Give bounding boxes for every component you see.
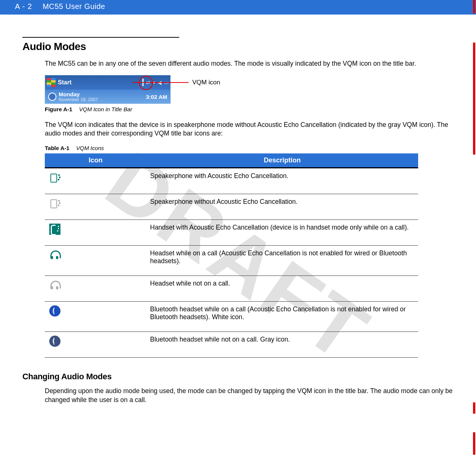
start-label: Start (58, 79, 71, 86)
table-row: Speakerphone without Acoustic Echo Cance… (45, 194, 418, 220)
speakerphone-aec-icon (49, 172, 60, 183)
windows-flag-icon (47, 78, 56, 87)
table-row: Speakerphone with Acoustic Echo Cancella… (45, 168, 418, 194)
table-desc: Headset while not on a call. (146, 275, 418, 301)
table-row: Handset with Acoustic Echo Cancellation … (45, 220, 418, 245)
figure-caption-text: VQM Icon in Title Bar (79, 106, 132, 112)
section-rule (22, 37, 179, 38)
section-title-changing-audio-modes: Changing Audio Modes (22, 372, 454, 382)
device-titlebar: Start ⇄ ▾ ◀︎ ▭ (45, 75, 171, 104)
bt-headset-idle-icon (49, 336, 60, 347)
table-header-description: Description (146, 153, 418, 168)
changing-modes-paragraph: Depending upon the audio mode being used… (45, 387, 454, 404)
headset-idle-icon (49, 280, 60, 291)
headset-oncall-icon (49, 249, 60, 261)
table-desc: Speakerphone without Acoustic Echo Cance… (146, 194, 418, 220)
after-figure-paragraph: The VQM icon indicates that the device i… (45, 121, 454, 138)
table-desc: Speakerphone with Acoustic Echo Cancella… (146, 168, 418, 194)
table-row: Headset while on a call (Acoustic Echo C… (45, 245, 418, 275)
clock-icon (48, 93, 56, 101)
guide-title: MC55 User Guide (43, 2, 105, 11)
section-title-audio-modes: Audio Modes (22, 41, 454, 53)
table-desc: Bluetooth headset while on a call (Acous… (146, 301, 418, 331)
table-caption-text: VQM Icons (76, 145, 104, 151)
table-caption-label: Table A-1 (45, 145, 69, 151)
intro-paragraph: The MC55 can be in any one of the seven … (45, 59, 454, 68)
handset-aec-icon (49, 224, 60, 235)
table-desc: Handset with Acoustic Echo Cancellation … (146, 220, 418, 245)
table-header-icon: Icon (45, 153, 146, 168)
vqm-icons-table: Icon Description Speakerphone with Acous… (45, 153, 418, 358)
table-row: Headset while not on a call. (45, 275, 418, 301)
titlebar-time: 3:02 AM (146, 94, 167, 100)
titlebar-date: November 19, 2007 (59, 97, 98, 102)
table-row: Bluetooth headset while not on a call. G… (45, 331, 418, 357)
titlebar-day: Monday (59, 91, 98, 97)
table-row: Bluetooth headset while on a call (Acous… (45, 301, 418, 331)
vqm-highlight-circle (139, 76, 153, 90)
table-desc: Headset while on a call (Acoustic Echo C… (146, 245, 418, 275)
callout-label: VQM icon (192, 79, 220, 86)
figure-a1: Start ⇄ ▾ ◀︎ ▭ (45, 75, 269, 104)
page-header: A - 2 MC55 User Guide (0, 0, 476, 15)
bt-headset-oncall-icon (49, 305, 60, 317)
page-number: A - 2 (15, 2, 32, 11)
speakerphone-noaec-icon (49, 198, 60, 209)
table-desc: Bluetooth headset while not on a call. G… (146, 331, 418, 357)
figure-caption: Figure A-1 VQM Icon in Title Bar (45, 106, 454, 112)
figure-caption-label: Figure A-1 (45, 106, 72, 112)
table-caption: Table A-1 VQM Icons (45, 145, 454, 151)
